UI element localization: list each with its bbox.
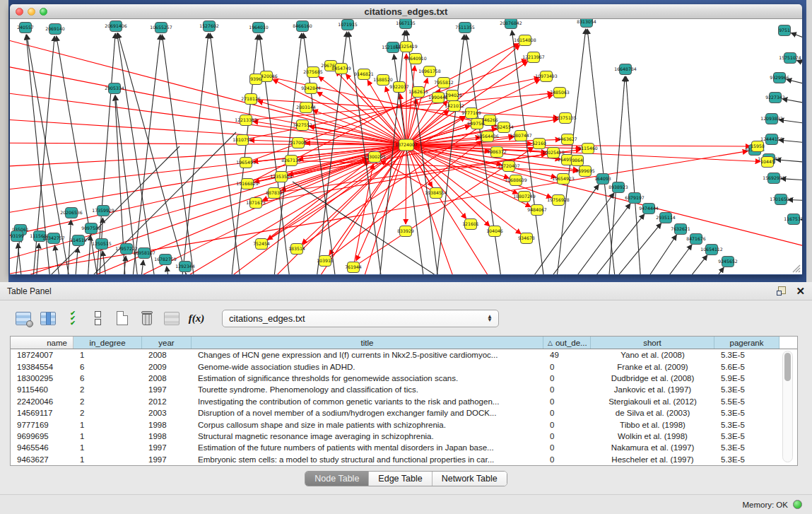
graph-node-yellow[interactable]: 887833 — [266, 188, 283, 199]
table-cell[interactable]: Tibbo et al. (1998) — [591, 421, 714, 429]
memory-status-icon[interactable] — [793, 500, 802, 509]
show-columns-button[interactable] — [39, 309, 57, 327]
table-cell[interactable]: Estimation of the future numbers of pati… — [192, 443, 543, 452]
table-cell[interactable]: 9465546 — [11, 443, 73, 452]
graph-node-yellow[interactable]: 183514 — [288, 244, 305, 255]
table-cell[interactable]: 2008 — [142, 351, 192, 359]
graph-node-yellow[interactable]: 7986372 — [487, 147, 507, 158]
graph-node-teal[interactable]: 20206536 — [60, 208, 83, 218]
graph-node-yellow[interactable]: 62160 — [532, 139, 546, 149]
row-height-button[interactable] — [88, 309, 107, 327]
graph-node-teal[interactable]: 7632621 — [671, 224, 690, 235]
graph-node-teal[interactable]: 10655257 — [150, 23, 172, 33]
table-row[interactable]: 977716911998Corpus callosum shape and si… — [11, 419, 797, 430]
table-cell[interactable]: 1998 — [142, 421, 192, 429]
column-header-title[interactable]: title — [192, 337, 543, 349]
graph-node-yellow[interactable]: 18640910 — [404, 54, 427, 64]
table-cell[interactable]: Embryonic stem cells: a model to study s… — [192, 455, 543, 464]
table-row[interactable]: 1872400712008Changes of HCN gene express… — [11, 349, 797, 361]
table-cell[interactable]: 1 — [73, 421, 142, 429]
tab-edge-table[interactable]: Edge Table — [369, 472, 432, 486]
graph-node-yellow[interactable]: 9864 — [572, 156, 584, 166]
graph-node-yellow[interactable]: 934678 — [518, 233, 535, 244]
tab-node-table[interactable]: Node Table — [305, 472, 369, 486]
select-all-button[interactable]: ✔✔✔ — [64, 309, 82, 327]
graph-node-teal[interactable]: 164093 — [594, 174, 611, 185]
table-cell[interactable]: 1 — [73, 443, 142, 452]
graph-node-yellow[interactable]: 12375135 — [554, 113, 577, 124]
close-panel-icon[interactable]: ✕ — [796, 286, 805, 296]
table-selector-dropdown[interactable]: citations_edges.txt ▲▼ — [222, 310, 499, 327]
table-cell[interactable]: 2 — [73, 397, 142, 406]
table-scrollbar[interactable] — [782, 351, 793, 462]
float-panel-icon[interactable] — [777, 286, 786, 296]
table-row[interactable]: 1938455462009Genome-wide association stu… — [11, 361, 797, 372]
graph-node-teal[interactable]: 8938923 — [608, 182, 628, 193]
graph-node-teal[interactable]: 9227343 — [765, 93, 785, 103]
column-header-short[interactable]: short — [591, 337, 714, 349]
scrollbar-thumb[interactable] — [784, 353, 791, 381]
table-cell[interactable]: 5.3E-5 — [714, 351, 779, 359]
table-settings-button[interactable] — [14, 309, 33, 327]
delete-table-button[interactable] — [138, 309, 156, 327]
graph-node-teal[interactable]: 9329966 — [770, 73, 789, 83]
table-row[interactable]: 911546021997Tourette syndrome. Phenomeno… — [11, 384, 797, 395]
table-row[interactable]: 969969511998Structural magnetic resonanc… — [11, 431, 797, 442]
table-cell[interactable]: Hescheler et al. (1997) — [591, 455, 714, 464]
zoom-window-icon[interactable] — [40, 8, 47, 16]
graph-node-teal[interactable]: 15692931 — [763, 173, 785, 184]
table-cell[interactable]: 5.9E-5 — [714, 374, 779, 382]
graph-node-yellow[interactable]: 10688639 — [505, 175, 527, 186]
table-cell[interactable]: Yano et al. (2008) — [591, 351, 714, 359]
graph-node-yellow[interactable]: 12353594 — [270, 172, 293, 182]
graph-node-teal[interactable]: 16782759 — [154, 255, 177, 265]
table-cell[interactable]: 0 — [543, 409, 591, 417]
table-cell[interactable]: 0 — [543, 432, 591, 440]
table-cell[interactable]: 5.3E-5 — [714, 432, 779, 440]
table-cell[interactable]: 1998 — [142, 432, 192, 440]
tab-network-table[interactable]: Network Table — [433, 472, 507, 486]
table-row[interactable]: 946554611997Estimation of the future num… — [11, 442, 797, 453]
table-cell[interactable]: 5.6E-5 — [714, 363, 779, 371]
table-cell[interactable]: 5.3E-5 — [714, 409, 779, 417]
table-cell[interactable]: 6 — [73, 374, 142, 382]
table-cell[interactable]: Disruption of a novel member of a sodium… — [192, 409, 543, 417]
table-cell[interactable]: 0 — [543, 385, 591, 394]
column-header-name[interactable]: name — [11, 337, 73, 349]
graph-node-teal[interactable]: 1071915 — [338, 20, 358, 30]
close-window-icon[interactable] — [16, 8, 23, 16]
graph-node-yellow[interactable]: 9396 — [250, 74, 262, 85]
graph-node-yellow[interactable]: 7485063 — [550, 88, 570, 98]
table-cell[interactable]: 1 — [73, 455, 142, 464]
graph-node-teal[interactable]: 16648784 — [614, 64, 637, 75]
table-cell[interactable]: Genome-wide association studies in ADHD. — [192, 363, 543, 371]
graph-node-yellow[interactable]: 9463627 — [558, 134, 577, 145]
table-cell[interactable]: Franke et al. (2009) — [591, 363, 714, 371]
table-cell[interactable]: 49 — [543, 351, 591, 359]
table-row[interactable]: 1456911722003Disruption of a novel membe… — [11, 407, 797, 419]
graph-node-teal[interactable]: 93199 — [10, 231, 24, 242]
table-cell[interactable]: Investigating the contribution of common… — [192, 397, 543, 406]
graph-node-yellow[interactable]: 103918 — [317, 256, 334, 267]
graph-node-yellow[interactable]: 752454 — [253, 239, 270, 250]
table-cell[interactable]: 1 — [73, 351, 142, 359]
graph-node-teal[interactable]: 2069140 — [45, 24, 65, 35]
table-row[interactable]: 946362711997Embryonic stem cells: a mode… — [11, 454, 797, 465]
graph-node-yellow[interactable]: 12213967 — [522, 52, 545, 63]
column-header-year[interactable]: year — [142, 337, 192, 349]
table-cell[interactable]: 6 — [73, 363, 142, 371]
graph-node-yellow[interactable]: 10445 — [760, 157, 775, 168]
table-cell[interactable]: Dudbridge et al. (2008) — [591, 374, 714, 382]
graph-node-teal[interactable]: 10654112 — [700, 245, 723, 255]
table-cell[interactable]: 5.3E-5 — [714, 421, 779, 429]
graph-node-yellow[interactable]: 10807447 — [510, 131, 532, 141]
table-cell[interactable]: 2012 — [142, 397, 192, 406]
table-cell[interactable]: 22420046 — [11, 397, 73, 406]
graph-node-yellow[interactable]: 9115460 — [578, 144, 598, 154]
graph-node-yellow[interactable]: 121601 — [462, 219, 479, 230]
graph-node-teal[interactable]: 8313054 — [577, 19, 596, 28]
table-cell[interactable]: 18300295 — [11, 374, 73, 382]
column-header-in-degree[interactable]: in_degree — [73, 337, 142, 349]
table-cell[interactable]: 19384554 — [11, 363, 73, 371]
graph-node-teal[interactable]: 17016504 — [770, 194, 792, 205]
